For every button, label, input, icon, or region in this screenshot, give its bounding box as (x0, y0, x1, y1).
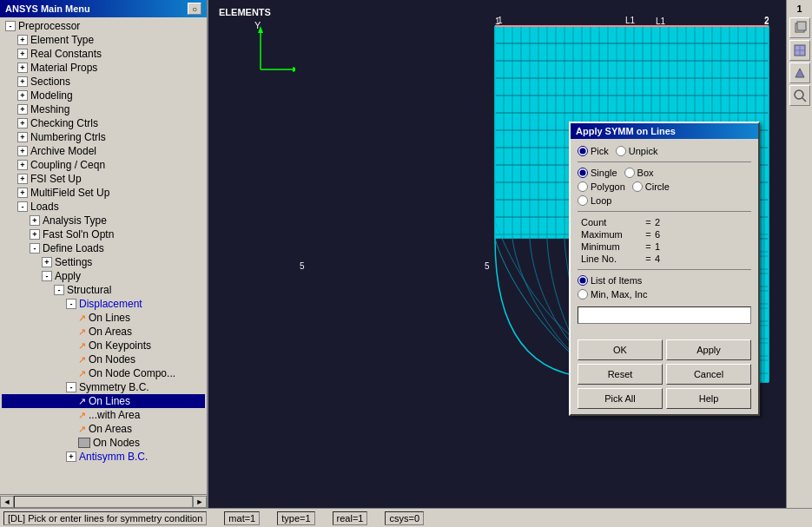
apply-button[interactable]: Apply (666, 339, 751, 360)
tree-on-node-compo[interactable]: ↗ On Node Compo... (2, 366, 205, 380)
polygon-radio-label[interactable]: Polygon (578, 181, 625, 192)
tree-analysis-type[interactable]: + Analysis Type (2, 214, 205, 227)
tree-on-areas-sym-label: On Areas (89, 423, 132, 435)
expand-numbering-ctrls[interactable]: + (17, 132, 28, 142)
ok-button[interactable]: OK (578, 339, 663, 360)
help-button[interactable]: Help (666, 388, 751, 409)
expand-meshing[interactable]: + (17, 104, 28, 115)
tree-apply[interactable]: - Apply (2, 269, 205, 283)
panel-titlebar: ANSYS Main Menu ○ (0, 0, 207, 17)
tree-preprocessor[interactable]: - Preprocessor (2, 19, 205, 33)
tree-fast-soln-optn[interactable]: + Fast Sol'n Optn (2, 227, 205, 241)
tree-symmetry-bc[interactable]: - Symmetry B.C. (2, 380, 205, 394)
box-radio-label[interactable]: Box (624, 168, 654, 178)
arrow-on-areas: ↗ (78, 326, 86, 338)
toolbar-btn-3[interactable] (789, 63, 810, 83)
expand-modeling[interactable]: + (17, 90, 28, 101)
expand-loads[interactable]: - (17, 201, 28, 212)
tree-structural[interactable]: - Structural (2, 283, 205, 297)
tree-multifield-set-up[interactable]: + MultiField Set Up (2, 186, 205, 200)
tree-on-areas[interactable]: ↗ On Areas (2, 325, 205, 339)
minmax-radio-group: Min, Max, Inc (578, 289, 751, 300)
tree-real-constants[interactable]: + Real Constants (2, 47, 205, 61)
list-radio[interactable] (578, 275, 588, 286)
tree-on-nodes-sym[interactable]: On Nodes (2, 436, 205, 450)
expand-displacement[interactable]: - (66, 299, 76, 309)
panel-close-btn[interactable]: ○ (188, 3, 201, 15)
circle-radio[interactable] (632, 181, 643, 192)
expand-checking-ctrls[interactable]: + (17, 118, 28, 128)
panel-title: ANSYS Main Menu (5, 3, 90, 14)
expand-symmetry-bc[interactable]: - (66, 382, 76, 392)
expand-material-props[interactable]: + (17, 63, 28, 73)
tree-on-nodes[interactable]: ↗ On Nodes (2, 352, 205, 366)
single-radio-label[interactable]: Single (578, 168, 617, 178)
reset-button[interactable]: Reset (578, 364, 663, 385)
minmax-radio-label[interactable]: Min, Max, Inc (578, 289, 647, 300)
tree-numbering-ctrls[interactable]: + Numbering Ctrls (2, 130, 205, 144)
count-equals: = (642, 217, 655, 227)
pick-all-button[interactable]: Pick All (578, 388, 663, 409)
polygon-radio[interactable] (578, 181, 588, 192)
hscroll-right[interactable]: ► (193, 496, 207, 508)
expand-antisymm-bc[interactable]: + (66, 451, 76, 462)
toolbar-btn-1[interactable] (789, 17, 810, 38)
tree-on-lines-selected[interactable]: ↗ On Lines (2, 394, 205, 408)
expand-settings[interactable]: + (42, 257, 52, 267)
tree-hscrollbar[interactable]: ◄ ► (0, 494, 207, 508)
tree-container[interactable]: - Preprocessor + Element Type + Real Con… (0, 17, 207, 494)
tree-displacement[interactable]: - Displacement (2, 297, 205, 311)
tree-on-lines-disp[interactable]: ↗ On Lines (2, 311, 205, 325)
expand-sections[interactable]: + (17, 76, 28, 87)
tree-modeling[interactable]: + Modeling (2, 89, 205, 102)
expand-real-constants[interactable]: + (17, 49, 28, 59)
tree-meshing[interactable]: + Meshing (2, 102, 205, 116)
tree-sections[interactable]: + Sections (2, 75, 205, 89)
tree-define-loads[interactable]: - Define Loads (2, 241, 205, 255)
circle-radio-label[interactable]: Circle (632, 181, 670, 192)
tree-on-keypoints[interactable]: ↗ On Keypoints (2, 339, 205, 352)
expand-coupling-ceqn[interactable]: + (17, 160, 28, 170)
tree-settings[interactable]: + Settings (2, 255, 205, 269)
toolbar-btn-2[interactable] (789, 40, 810, 61)
pick-radio-label[interactable]: Pick (578, 146, 609, 156)
tree-on-areas-sym[interactable]: ↗ On Areas (2, 422, 205, 436)
minmax-radio[interactable] (578, 289, 588, 300)
expand-apply[interactable]: - (42, 271, 52, 281)
expand-archive-model[interactable]: + (17, 146, 28, 156)
arrow-on-nodes: ↗ (78, 354, 86, 366)
tree-loads[interactable]: - Loads (2, 200, 205, 214)
expand-analysis-type[interactable]: + (30, 215, 40, 226)
hscroll-track[interactable] (14, 496, 193, 508)
box-radio[interactable] (624, 168, 635, 178)
tree-with-area[interactable]: ↗ ...with Area (2, 408, 205, 422)
tree-fsi-set-up[interactable]: + FSI Set Up (2, 172, 205, 186)
svg-marker-58 (795, 69, 804, 77)
tree-element-type[interactable]: + Element Type (2, 33, 205, 47)
cancel-button[interactable]: Cancel (666, 364, 751, 385)
unpick-radio-label[interactable]: Unpick (616, 146, 658, 156)
item-input[interactable] (578, 306, 751, 324)
tree-material-props[interactable]: + Material Props (2, 61, 205, 75)
tree-archive-model[interactable]: + Archive Model (2, 144, 205, 158)
tree-checking-ctrls[interactable]: + Checking Ctrls (2, 116, 205, 130)
expand-multifield-set-up[interactable]: + (17, 188, 28, 198)
tree-coupling-ceqn[interactable]: + Coupling / Ceqn (2, 158, 205, 172)
list-radio-label[interactable]: List of Items (578, 275, 642, 286)
pick-radio[interactable] (578, 146, 588, 156)
count-row: Count = 2 (578, 217, 751, 227)
loop-radio[interactable] (578, 195, 588, 206)
unpick-radio[interactable] (616, 146, 626, 156)
expand-element-type[interactable]: + (17, 35, 28, 45)
single-radio[interactable] (578, 168, 588, 178)
toolbar-btn-4[interactable] (789, 85, 810, 106)
hscroll-left[interactable]: ◄ (0, 496, 14, 508)
expand-fast-soln-optn[interactable]: + (30, 229, 40, 240)
expand-preprocessor[interactable]: - (5, 21, 16, 31)
expand-define-loads[interactable]: - (30, 243, 40, 254)
polygon-label: Polygon (591, 181, 625, 192)
expand-structural[interactable]: - (54, 285, 64, 295)
expand-fsi-set-up[interactable]: + (17, 174, 28, 184)
loop-radio-label[interactable]: Loop (578, 195, 611, 206)
tree-antisymm-bc[interactable]: + Antisymm B.C. (2, 450, 205, 464)
